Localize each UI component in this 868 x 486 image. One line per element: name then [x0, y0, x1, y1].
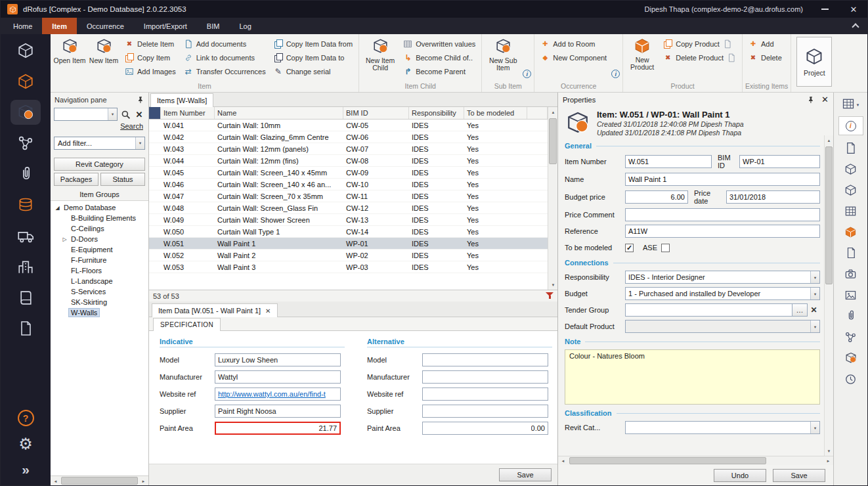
buildings-icon[interactable]	[11, 254, 41, 279]
new-sub-item-button[interactable]: New Sub Item	[485, 35, 521, 82]
copy-product-button[interactable]: Copy Product	[660, 37, 739, 51]
image-panel-icon[interactable]	[841, 287, 861, 303]
scroll-right-icon[interactable]	[823, 456, 833, 465]
reports-icon[interactable]	[11, 316, 41, 341]
tab-import-export[interactable]: Import/Export	[134, 18, 197, 34]
transfer-occurrences-button[interactable]: Transfer Occurrences	[181, 64, 269, 78]
tree-item-root[interactable]: Demo Database	[51, 202, 148, 213]
price-date-field[interactable]	[726, 190, 820, 204]
new-component-button[interactable]: New Component	[537, 51, 610, 64]
product-box-icon[interactable]	[841, 224, 861, 240]
delete-product-button[interactable]: Delete Product	[660, 51, 739, 64]
properties-horizontal-scrollbar[interactable]	[558, 456, 833, 465]
occurrences-icon[interactable]	[11, 69, 41, 94]
name-field[interactable]	[625, 173, 820, 186]
table-row[interactable]: W.046 Curtain Wall: Screen_140 x 46 an..…	[149, 179, 548, 190]
row-selector-cell[interactable]	[149, 167, 161, 178]
model-3d-icon[interactable]	[841, 161, 861, 177]
add-filter-dropdown[interactable]: Add filter...	[54, 137, 145, 150]
occurrence-info-icon[interactable]: i	[611, 70, 620, 78]
table-row[interactable]: W.043 Curtain Wall: 12mm (panels) CW-07 …	[149, 143, 548, 155]
website-link[interactable]: http://www.wattyl.com.au/en/find-t	[218, 390, 326, 398]
column-header-name[interactable]: Name	[215, 107, 343, 119]
tender-group-field[interactable]	[625, 303, 792, 317]
become-parent-button[interactable]: Become Parent	[400, 64, 479, 78]
project-button[interactable]: Project	[796, 37, 832, 87]
copy-item-button[interactable]: Copy Item	[121, 51, 179, 64]
pin-icon[interactable]	[807, 96, 815, 104]
sub-item-info-icon[interactable]: i	[523, 70, 531, 78]
catalog-icon[interactable]	[11, 285, 41, 310]
table-row[interactable]: W.053 Wall Paint 3 WP-03 IDES Yes	[149, 261, 548, 273]
add-images-button[interactable]: Add Images	[121, 64, 179, 78]
column-header-item-number[interactable]: Item Number	[161, 107, 215, 119]
info-panel-icon[interactable]: i	[839, 117, 863, 135]
scrollbar-thumb[interactable]	[569, 457, 766, 464]
alternative-paint-area-field[interactable]: 0.00	[422, 422, 548, 435]
indicative-supplier-field[interactable]: Paint Right Noosa	[215, 405, 341, 418]
tree-expanded-icon[interactable]	[53, 205, 62, 211]
tree-item[interactable]: D-Doors	[51, 234, 148, 244]
default-product-dropdown[interactable]	[625, 320, 820, 333]
add-documents-button[interactable]: Add documents	[181, 37, 269, 51]
budget-dropdown[interactable]: 1 - Purchased and installed by Developer	[625, 287, 820, 300]
tab-occurrence[interactable]: Occurrence	[77, 18, 134, 34]
scrollbar-thumb[interactable]	[549, 118, 557, 164]
save-button[interactable]: Save	[499, 468, 552, 481]
row-selector-cell[interactable]	[149, 131, 161, 143]
indicative-manufacturer-field[interactable]: Wattyl	[215, 370, 341, 384]
overwritten-values-button[interactable]: Overwritten values	[400, 37, 479, 51]
revit-category-dropdown[interactable]	[625, 421, 820, 434]
table-row[interactable]: W.041 Curtain Wall: 10mm CW-05 IDES Yes	[149, 120, 548, 131]
row-selector-cell[interactable]	[149, 250, 161, 261]
row-selector-cell[interactable]	[149, 214, 161, 225]
column-header-bim-id[interactable]: BIM ID	[343, 107, 409, 119]
row-selector-header[interactable]	[149, 107, 161, 119]
revit-category-button[interactable]: Revit Category	[54, 158, 145, 171]
close-tab-icon[interactable]	[265, 307, 271, 315]
search-dropdown-icon[interactable]	[108, 108, 117, 120]
table-row[interactable]: W.050 Curtain Wall Type 1 CW-14 IDES Yes	[149, 226, 548, 238]
collapse-ribbon-button[interactable]	[844, 18, 867, 34]
copy-item-data-from-button[interactable]: Copy Item Data from	[271, 37, 356, 51]
to-be-modeled-checkbox[interactable]	[625, 244, 634, 252]
alternative-model-field[interactable]	[422, 353, 548, 366]
new-item-child-button[interactable]: New Item Child	[362, 35, 399, 82]
row-selector-cell[interactable]	[149, 202, 161, 213]
note-field[interactable]: Colour - Natures Bloom	[565, 349, 820, 405]
properties-vertical-scrollbar[interactable]	[824, 135, 833, 456]
link-to-documents-button[interactable]: Link to documents	[181, 51, 269, 64]
existing-delete-button[interactable]: Delete	[745, 51, 785, 64]
grid-model-icon[interactable]	[841, 203, 861, 219]
row-selector-cell[interactable]	[149, 155, 161, 166]
scroll-up-icon[interactable]	[548, 107, 557, 117]
minimize-button[interactable]	[817, 3, 832, 15]
become-child-of-button[interactable]: Become Child of..	[400, 51, 479, 64]
item-panel-icon[interactable]	[841, 350, 861, 366]
reference-field[interactable]	[625, 225, 820, 238]
nav-horizontal-scrollbar[interactable]	[51, 475, 148, 485]
status-button[interactable]: Status	[100, 173, 145, 186]
camera-icon[interactable]	[841, 266, 861, 282]
tree-item[interactable]: SK-Skirting	[51, 297, 148, 307]
rotate-model-icon[interactable]	[841, 182, 861, 198]
save-button[interactable]: Save	[773, 469, 825, 482]
table-row[interactable]: W.051 Wall Paint 1 WP-01 IDES Yes	[149, 238, 548, 250]
finance-icon[interactable]	[11, 192, 41, 217]
items-tab[interactable]: Items [W-Walls]	[150, 93, 213, 107]
scroll-left-icon[interactable]	[558, 456, 568, 465]
row-selector-cell[interactable]	[149, 238, 161, 249]
existing-add-button[interactable]: Add	[745, 37, 785, 51]
column-header-responsibility[interactable]: Responsibility	[409, 107, 464, 119]
tree-item[interactable]: FL-Floors	[51, 265, 148, 276]
scroll-down-icon[interactable]	[548, 280, 557, 290]
scroll-down-icon[interactable]	[825, 446, 833, 456]
attachments-icon[interactable]	[11, 162, 41, 187]
history-clock-icon[interactable]	[841, 371, 861, 387]
row-selector-cell[interactable]	[149, 143, 161, 154]
pin-icon[interactable]	[137, 96, 144, 104]
undo-button[interactable]: Undo	[714, 469, 766, 482]
close-button[interactable]	[846, 3, 861, 15]
table-vertical-scrollbar[interactable]	[548, 107, 557, 290]
row-selector-cell[interactable]	[149, 190, 161, 202]
